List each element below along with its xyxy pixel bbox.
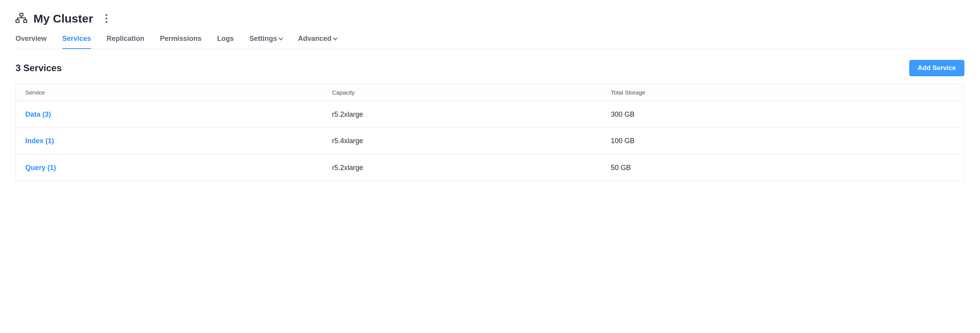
service-link[interactable]: Query (1) [25,164,56,172]
cluster-icon [16,13,27,25]
tab-label: Permissions [160,35,201,43]
tab-label: Advanced [298,35,331,43]
col-capacity: Capacity [332,89,611,96]
storage-cell: 300 GB [611,110,955,119]
storage-cell: 100 GB [611,137,955,145]
service-link[interactable]: Index (1) [25,137,54,145]
svg-rect-2 [24,20,27,23]
table-row: Query (1)r5.2xlarge50 GB [16,154,964,181]
tab-replication[interactable]: Replication [107,35,144,49]
table-row: Data (3)r5.2xlarge300 GB [16,102,964,128]
svg-rect-0 [20,13,23,16]
tab-settings[interactable]: Settings [249,35,282,49]
tabs: OverviewServicesReplicationPermissionsLo… [16,35,964,49]
chevron-down-icon [279,36,283,40]
tab-label: Overview [16,35,47,43]
more-menu-icon[interactable] [103,12,110,25]
capacity-cell: r5.2xlarge [332,110,611,119]
table-row: Index (1)r5.4xlarge100 GB [16,128,964,154]
page-title: My Cluster [33,12,93,25]
tab-label: Replication [107,35,144,43]
tab-advanced[interactable]: Advanced [298,35,337,49]
tab-label: Logs [217,35,234,43]
services-table: Service Capacity Total Storage Data (3)r… [16,83,964,181]
section-title: 3 Services [16,63,62,74]
col-service: Service [25,89,332,96]
section-header: 3 Services Add Service [16,60,964,76]
svg-rect-1 [16,20,19,23]
capacity-cell: r5.4xlarge [332,137,611,145]
chevron-down-icon [333,36,338,40]
tab-label: Services [62,35,91,43]
tab-logs[interactable]: Logs [217,35,234,49]
tab-permissions[interactable]: Permissions [160,35,201,49]
service-link[interactable]: Data (3) [25,110,51,118]
add-service-button[interactable]: Add Service [909,60,964,76]
storage-cell: 50 GB [611,164,955,172]
capacity-cell: r5.2xlarge [332,164,611,172]
tab-services[interactable]: Services [62,35,91,49]
table-header-row: Service Capacity Total Storage [16,84,964,102]
page-header: My Cluster [16,12,964,25]
col-storage: Total Storage [611,89,955,96]
tab-overview[interactable]: Overview [16,35,47,49]
tab-label: Settings [249,35,277,43]
